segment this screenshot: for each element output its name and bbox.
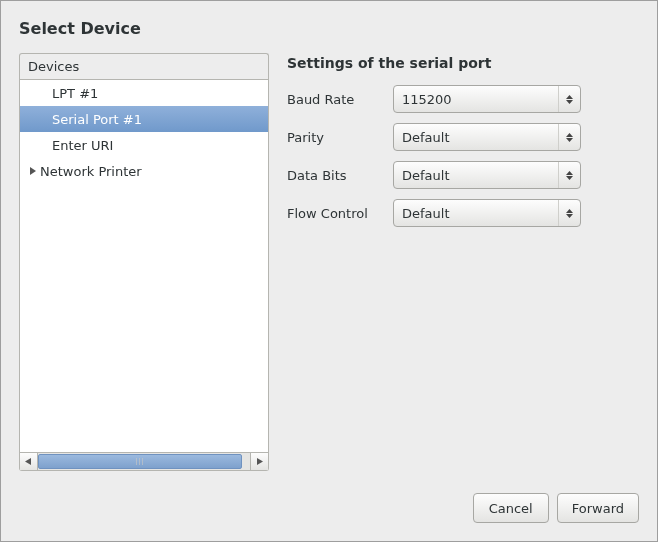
svg-marker-1 (25, 458, 31, 465)
setting-combo[interactable]: Default (393, 161, 581, 189)
setting-label: Data Bits (287, 168, 393, 183)
setting-value: 115200 (394, 86, 558, 112)
svg-marker-6 (566, 138, 573, 142)
svg-marker-7 (566, 171, 573, 175)
page-title: Select Device (19, 19, 141, 38)
svg-marker-0 (30, 167, 36, 175)
devices-header[interactable]: Devices (19, 53, 269, 79)
expander-icon[interactable] (26, 167, 40, 175)
device-item[interactable]: Serial Port #1 (20, 106, 268, 132)
devices-tree[interactable]: LPT #1Serial Port #1Enter URINetwork Pri… (19, 79, 269, 453)
scroll-left-button[interactable] (20, 453, 38, 470)
devices-panel: Devices LPT #1Serial Port #1Enter URINet… (19, 53, 269, 471)
device-item-label: Enter URI (52, 138, 113, 153)
spinner-icon[interactable] (558, 200, 580, 226)
svg-marker-5 (566, 133, 573, 137)
settings-title: Settings of the serial port (287, 55, 639, 71)
setting-combo[interactable]: Default (393, 123, 581, 151)
setting-value: Default (394, 200, 558, 226)
dialog-window: Select Device Devices LPT #1Serial Port … (0, 0, 658, 542)
svg-marker-9 (566, 209, 573, 213)
scroll-right-button[interactable] (250, 453, 268, 470)
setting-value: Default (394, 124, 558, 150)
svg-marker-3 (566, 95, 573, 99)
setting-label: Parity (287, 130, 393, 145)
svg-marker-8 (566, 176, 573, 180)
setting-row: Data BitsDefault (287, 161, 639, 189)
setting-label: Baud Rate (287, 92, 393, 107)
setting-label: Flow Control (287, 206, 393, 221)
device-item[interactable]: LPT #1 (20, 80, 268, 106)
svg-marker-4 (566, 100, 573, 104)
setting-combo[interactable]: 115200 (393, 85, 581, 113)
device-item-label: Network Printer (40, 164, 142, 179)
setting-row: ParityDefault (287, 123, 639, 151)
device-item[interactable]: Enter URI (20, 132, 268, 158)
cancel-button[interactable]: Cancel (473, 493, 549, 523)
content-area: Devices LPT #1Serial Port #1Enter URINet… (19, 53, 639, 471)
device-item[interactable]: Network Printer (20, 158, 268, 184)
settings-panel: Settings of the serial port Baud Rate115… (287, 53, 639, 471)
forward-button[interactable]: Forward (557, 493, 639, 523)
svg-marker-2 (257, 458, 263, 465)
device-item-label: LPT #1 (52, 86, 98, 101)
setting-row: Flow ControlDefault (287, 199, 639, 227)
svg-marker-10 (566, 214, 573, 218)
spinner-icon[interactable] (558, 86, 580, 112)
spinner-icon[interactable] (558, 124, 580, 150)
device-item-label: Serial Port #1 (52, 112, 142, 127)
dialog-buttons: Cancel Forward (473, 493, 639, 523)
setting-combo[interactable]: Default (393, 199, 581, 227)
scroll-track[interactable] (38, 453, 250, 470)
spinner-icon[interactable] (558, 162, 580, 188)
setting-value: Default (394, 162, 558, 188)
scroll-thumb[interactable] (38, 454, 242, 469)
setting-row: Baud Rate115200 (287, 85, 639, 113)
horizontal-scrollbar[interactable] (19, 453, 269, 471)
